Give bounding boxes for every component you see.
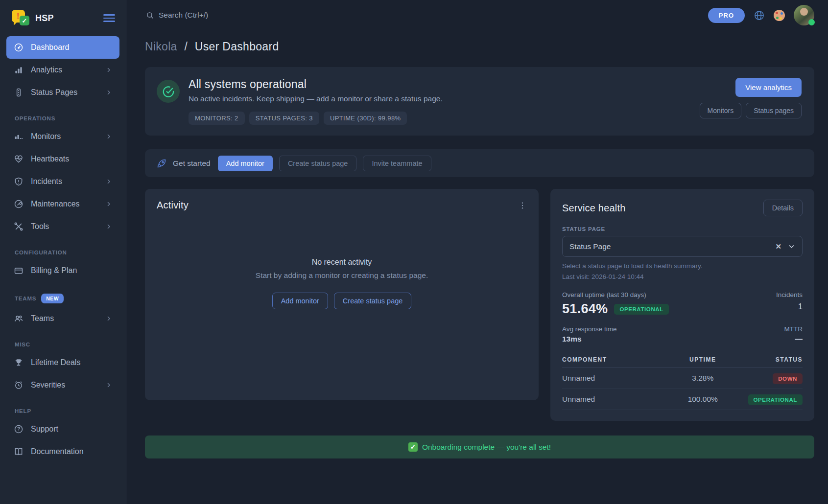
main-area: PRO Nikola / User Dashboard (126, 0, 828, 504)
sidebar-item-monitors[interactable]: Monitors (6, 125, 119, 148)
sidebar-item-label: Tools (31, 222, 105, 231)
speedometer-icon (13, 42, 24, 53)
user-avatar[interactable] (794, 5, 814, 25)
maintenance-wrench-circle-icon (13, 199, 24, 209)
add-monitor-button[interactable]: Add monitor (272, 293, 328, 309)
component-name: Unnamed (562, 368, 663, 389)
app-root: ! ✓ HSP Dashboard Analytics (0, 0, 828, 504)
check-emoji-icon: ✓ (408, 442, 418, 452)
empty-state-subtitle: Start by adding a monitor or creating a … (157, 271, 527, 280)
uptime-value: 51.64% (562, 301, 608, 317)
chevron-right-icon (105, 133, 113, 140)
brand-name: HSP (35, 13, 103, 23)
component-name: Unnamed (562, 389, 663, 410)
create-status-page-button[interactable]: Create status page (334, 293, 412, 309)
sidebar-item-label: Maintenances (31, 200, 105, 208)
status-pages-count-badge: STATUS PAGES: 3 (249, 112, 319, 125)
details-button[interactable]: Details (763, 200, 803, 216)
sidebar-item-documentation[interactable]: Documentation (6, 440, 119, 463)
hero-subtitle: No active incidents. Keep shipping — add… (189, 94, 443, 103)
clear-icon[interactable]: ✕ (775, 242, 781, 251)
table-row: Unnamed 3.28% DOWN (562, 368, 803, 389)
sidebar-section-operations: OPERATIONS (15, 115, 126, 121)
status-page-select[interactable]: Status Page ✕ (562, 236, 803, 257)
operational-status-badge: OPERATIONAL (614, 304, 668, 315)
sidebar-item-label: Lifetime Deals (31, 358, 113, 367)
page-title: User Dashboard (195, 40, 279, 53)
sidebar-item-billing[interactable]: Billing & Plan (6, 259, 119, 282)
traffic-light-icon (13, 87, 24, 98)
hamburger-menu-icon[interactable] (103, 14, 115, 22)
sidebar-item-label: Dashboard (31, 43, 113, 52)
search-input[interactable] (159, 11, 364, 20)
sidebar-item-label: Teams (31, 314, 105, 323)
sidebar-item-severities[interactable]: Severities (6, 374, 119, 396)
uptime-label: Overall uptime (last 30 days) (562, 291, 669, 298)
incidents-value: 1 (776, 302, 803, 311)
trophy-icon (13, 357, 24, 368)
add-monitor-button[interactable]: Add monitor (218, 156, 273, 171)
heartbeat-icon (13, 154, 24, 164)
new-badge: NEW (41, 294, 64, 303)
monitors-button[interactable]: Monitors (700, 103, 742, 118)
app-logo-icon: ! ✓ (12, 10, 29, 26)
down-status-badge: DOWN (773, 373, 803, 384)
people-icon (13, 313, 24, 324)
globe-icon[interactable] (754, 10, 765, 21)
pro-badge[interactable]: PRO (708, 8, 745, 23)
global-search[interactable] (146, 11, 708, 20)
create-status-page-button[interactable]: Create status page (279, 156, 357, 171)
sidebar-item-analytics[interactable]: Analytics (6, 59, 119, 81)
onboarding-banner-text: Onboarding complete — you're all set! (422, 443, 551, 452)
check-circle-icon (157, 80, 180, 103)
component-uptime: 3.28% (663, 368, 742, 389)
last-visit-text: Last visit: 2026-01-24 10:44 (562, 273, 803, 280)
sidebar-item-maintenances[interactable]: Maintenances (6, 193, 119, 215)
chevron-right-icon (105, 66, 113, 74)
sidebar-item-label: Incidents (31, 177, 105, 186)
table-header-component: COMPONENT (562, 351, 663, 368)
status-pages-button[interactable]: Status pages (746, 103, 802, 118)
sidebar-item-incidents[interactable]: Incidents (6, 170, 119, 193)
sidebar-item-tools[interactable]: Tools (6, 215, 119, 238)
sidebar-item-status-pages[interactable]: Status Pages (6, 81, 119, 104)
sidebar-item-dashboard[interactable]: Dashboard (6, 36, 119, 59)
topbar: PRO (126, 0, 828, 30)
chevron-right-icon (105, 89, 113, 96)
operational-status-badge: OPERATIONAL (748, 394, 803, 405)
avg-response-value: 13ms (562, 335, 617, 344)
sidebar-section-configuration: CONFIGURATION (15, 250, 126, 255)
sidebar-item-teams[interactable]: Teams (6, 307, 119, 330)
content: Nikola / User Dashboard All systems oper… (126, 30, 828, 458)
system-status-card: All systems operational No active incide… (145, 67, 814, 136)
view-analytics-button[interactable]: View analytics (735, 78, 802, 97)
sidebar-item-heartbeats[interactable]: Heartbeats (6, 148, 119, 170)
activity-card: Activity No recent activity Start by add… (145, 189, 539, 400)
invite-teammate-button[interactable]: Invite teammate (363, 156, 431, 171)
empty-state-title: No recent activity (157, 258, 527, 267)
mttr-label: MTTR (784, 325, 803, 333)
logo-check-icon: ✓ (20, 16, 29, 25)
sidebar: ! ✓ HSP Dashboard Analytics (0, 0, 126, 504)
credit-card-icon (13, 265, 24, 276)
status-page-select-value: Status Page (569, 242, 775, 251)
chevron-right-icon (105, 223, 113, 230)
service-health-title: Service health (562, 203, 626, 214)
sidebar-item-support[interactable]: Support (6, 418, 119, 440)
get-started-label: Get started (173, 159, 211, 168)
breadcrumb-parent[interactable]: Nikola (145, 40, 177, 53)
sidebar-item-label: Heartbeats (31, 155, 113, 163)
shield-alert-icon (13, 176, 24, 187)
breadcrumb: Nikola / User Dashboard (145, 40, 814, 53)
activity-title: Activity (157, 200, 189, 211)
alarm-clock-icon (13, 380, 24, 390)
sidebar-item-label: Monitors (31, 132, 105, 141)
chevron-right-icon (105, 315, 113, 322)
theme-palette-icon[interactable] (774, 10, 785, 21)
kebab-menu-icon[interactable] (518, 201, 527, 210)
sidebar-item-lifetime-deals[interactable]: Lifetime Deals (6, 351, 119, 374)
service-health-card: Service health Details STATUS PAGE Statu… (550, 189, 814, 421)
monitor-bars-icon (13, 131, 24, 142)
sidebar-section-help: HELP (15, 408, 126, 414)
monitors-count-badge: MONITORS: 2 (189, 112, 245, 125)
